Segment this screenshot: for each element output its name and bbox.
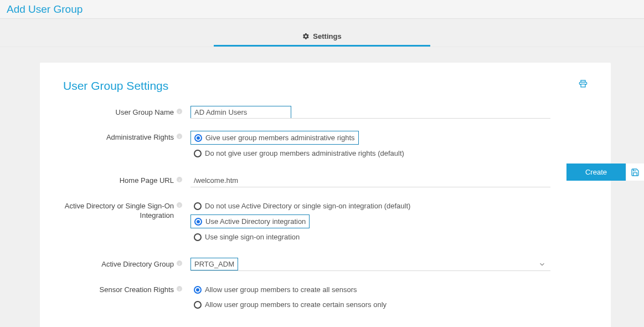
info-icon[interactable]: i <box>176 260 183 267</box>
radio-icon <box>194 202 202 210</box>
radio-adsso-sso[interactable]: Use single sign-on integration <box>190 231 550 243</box>
radio-icon <box>194 150 202 157</box>
label-home-url: Home Page URL i <box>63 174 190 186</box>
svg-text:i: i <box>179 110 180 114</box>
info-icon[interactable]: i <box>176 108 183 115</box>
radio-sensor-some[interactable]: Allow user group members to create certa… <box>190 298 550 311</box>
info-icon[interactable]: i <box>176 202 183 208</box>
chevron-down-icon <box>538 260 546 268</box>
info-icon[interactable]: i <box>176 285 183 292</box>
input-home-url[interactable] <box>190 174 550 187</box>
radio-adsso-ad[interactable]: Use Active Directory integration <box>190 214 310 228</box>
tab-bar: Settings <box>0 28 644 47</box>
svg-text:i: i <box>179 178 180 182</box>
save-icon-button[interactable] <box>626 164 644 181</box>
tab-settings-label: Settings <box>313 32 341 40</box>
radio-icon <box>194 286 202 294</box>
radio-adsso-none[interactable]: Do not use Active Directory or single si… <box>190 200 550 212</box>
print-button[interactable] <box>579 79 588 88</box>
select-ad-group[interactable]: PRTG_ADM <box>190 258 550 271</box>
create-button[interactable]: Create <box>566 164 626 181</box>
info-icon[interactable]: i <box>176 133 183 140</box>
svg-text:i: i <box>179 203 180 208</box>
radio-icon <box>194 134 202 142</box>
select-ad-group-value: PRTG_ADM <box>190 258 238 270</box>
radio-icon <box>194 301 202 309</box>
label-admin-rights: Administrative Rights i <box>63 131 190 142</box>
settings-card: User Group Settings User Group Name i Ad… <box>40 63 611 327</box>
radio-admin-rights-give[interactable]: Give user group members administrative r… <box>190 131 359 145</box>
section-title: User Group Settings <box>63 79 588 93</box>
page-title: Add User Group <box>7 3 637 16</box>
svg-text:i: i <box>179 287 180 292</box>
svg-text:i: i <box>179 135 180 139</box>
label-sensor-rights: Sensor Creation Rights i <box>63 283 190 295</box>
info-icon[interactable]: i <box>176 176 183 183</box>
label-user-group-name: User Group Name i <box>63 106 190 117</box>
input-user-group-name[interactable] <box>190 106 291 118</box>
page-header: Add User Group <box>0 0 644 19</box>
radio-icon <box>194 233 202 241</box>
radio-admin-rights-none[interactable]: Do not give user group members administr… <box>190 147 550 160</box>
svg-rect-1 <box>581 84 585 87</box>
tab-settings[interactable]: Settings <box>214 28 430 47</box>
svg-text:i: i <box>179 262 180 266</box>
radio-sensor-all[interactable]: Allow user group members to create all s… <box>190 283 550 296</box>
side-action-bar: Create <box>566 164 644 181</box>
label-ad-group: Active Directory Group i <box>63 258 190 269</box>
gear-icon <box>302 33 310 40</box>
radio-icon <box>194 218 202 226</box>
label-ad-sso: Active Directory or Single Sign-On Integ… <box>63 200 190 221</box>
